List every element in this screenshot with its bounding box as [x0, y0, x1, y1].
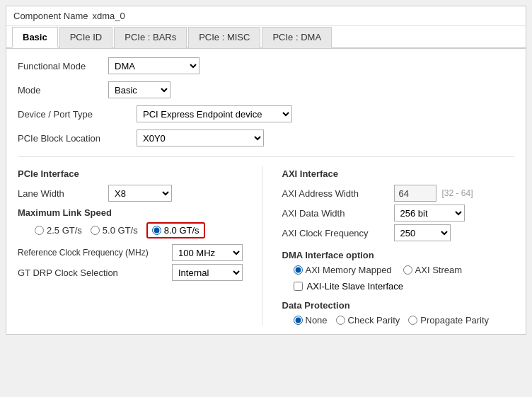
tab-pcie-id[interactable]: PCIe ID — [59, 27, 113, 48]
pcie-interface-title: PCIe Interface — [18, 168, 250, 179]
data-protection-title: Data Protection — [282, 300, 515, 311]
speed-8-0-label: 8.0 GT/s — [164, 225, 200, 236]
component-name-value: xdma_0 — [93, 11, 125, 21]
dp-check-parity-option[interactable]: Check Parity — [336, 315, 400, 326]
gt-drp-label: GT DRP Clock Selection — [18, 267, 166, 278]
dma-axi-mm-label: AXI Memory Mapped — [306, 265, 392, 275]
pcie-block-location-label: PCIe Block Location — [18, 133, 131, 144]
axi-address-width-hint: [32 - 64] — [442, 188, 473, 198]
dp-none-option[interactable]: None — [294, 315, 328, 326]
dp-none-radio[interactable] — [294, 316, 303, 325]
axi-lite-checkbox[interactable] — [294, 282, 303, 291]
dp-check-parity-radio[interactable] — [336, 316, 345, 325]
dma-interface-title: DMA Interface option — [282, 250, 515, 260]
functional-mode-select[interactable]: DMA AXI Bridge AXI Slave Bridge — [108, 57, 200, 74]
tab-pcie-dma[interactable]: PCIe : DMA — [262, 27, 332, 48]
speed-5-0-option[interactable]: 5.0 GT/s — [91, 225, 138, 236]
component-name-label: Component Name — [13, 11, 88, 21]
dma-axi-stream-label: AXI Stream — [415, 265, 462, 275]
mode-label: Mode — [18, 85, 103, 96]
axi-address-width-label: AXI Address Width — [282, 188, 388, 199]
axi-clock-freq-select[interactable]: 125 250 500 — [394, 224, 451, 241]
dp-none-label: None — [306, 315, 328, 326]
dma-axi-mm-option[interactable]: AXI Memory Mapped — [294, 265, 392, 275]
tab-pcie-misc[interactable]: PCIe : MISC — [188, 27, 260, 48]
dp-check-parity-label: Check Parity — [348, 315, 400, 326]
tab-pcie-bars[interactable]: PCIe : BARs — [114, 27, 187, 48]
tabs-bar: Basic PCIe ID PCIe : BARs PCIe : MISC PC… — [6, 26, 526, 49]
dp-propagate-parity-label: Propagate Parity — [420, 315, 489, 326]
dma-axi-mm-radio[interactable] — [294, 265, 303, 275]
ref-clock-select[interactable]: 100 MHz 250 MHz — [172, 244, 243, 261]
dma-axi-stream-radio[interactable] — [403, 265, 412, 275]
lane-width-label: Lane Width — [18, 188, 103, 199]
axi-address-width-input[interactable] — [394, 185, 436, 202]
speed-2-5-label: 2.5 GT/s — [47, 225, 82, 236]
speed-2-5-option[interactable]: 2.5 GT/s — [35, 225, 82, 236]
functional-mode-label: Functional Mode — [18, 61, 103, 71]
axi-lite-label: AXI-Lite Slave Interface — [307, 281, 404, 292]
speed-5-0-label: 5.0 GT/s — [103, 225, 138, 236]
gt-drp-select[interactable]: Internal External — [172, 264, 243, 281]
axi-data-width-select[interactable]: 64 bit 128 bit 256 bit 512 bit — [394, 205, 465, 221]
lane-width-select[interactable]: X1 X2 X4 X8 X16 — [108, 185, 172, 202]
speed-8-0-selected[interactable]: 8.0 GT/s — [146, 222, 205, 238]
axi-interface-title: AXI Interface — [282, 168, 515, 179]
ref-clock-label: Reference Clock Frequency (MHz) — [18, 248, 166, 258]
speed-8-0-radio[interactable] — [152, 226, 161, 235]
device-port-type-select[interactable]: PCI Express Endpoint device — [137, 105, 292, 122]
axi-data-width-label: AXI Data Width — [282, 208, 388, 219]
axi-clock-freq-label: AXI Clock Frequency — [282, 228, 388, 238]
device-port-type-label: Device / Port Type — [18, 109, 131, 120]
dp-propagate-parity-radio[interactable] — [408, 316, 417, 325]
dma-axi-stream-option[interactable]: AXI Stream — [403, 265, 462, 275]
speed-2-5-radio[interactable] — [35, 226, 44, 235]
pcie-block-location-select[interactable]: X0Y0 — [137, 130, 264, 146]
mode-select[interactable]: Basic Advanced — [108, 81, 170, 98]
dp-propagate-parity-option[interactable]: Propagate Parity — [408, 315, 489, 326]
tab-basic[interactable]: Basic — [12, 27, 58, 48]
max-link-speed-title: Maximum Link Speed — [18, 207, 250, 218]
speed-5-0-radio[interactable] — [91, 226, 100, 235]
